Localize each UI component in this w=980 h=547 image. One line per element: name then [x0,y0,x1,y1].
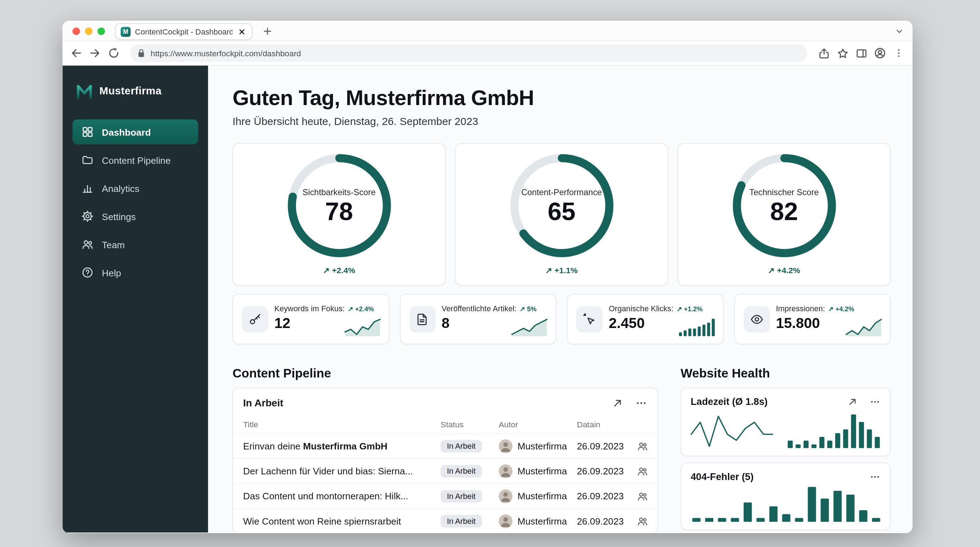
gauge-label: Sichtbarkeits-Score [302,187,375,197]
close-window-button[interactable] [73,27,80,35]
browser-window: M ContentCockpit - Dashboard [63,21,913,533]
sidebar-item-settings[interactable]: Settings [73,204,198,229]
row-title: Das Content und montornerapen: Hilk... [243,491,441,501]
sidebar-item-dashboard[interactable]: Dashboard [73,119,198,144]
sidebar: Musterfirma Dashboard Content Pipeline A… [63,65,208,533]
desktop: M ContentCockpit - Dashboard [0,0,980,547]
address-bar[interactable]: https://www.musterfockpit.com/dashboard [130,45,808,62]
section-title-website-health: Website Health [681,366,891,381]
lock-icon [137,48,145,58]
row-date: 26.09.2023 [577,440,637,451]
sidebar-nav: Dashboard Content Pipeline Analytics Set… [73,119,198,285]
impressionen-sparkline [845,318,883,337]
col-status: Status [441,420,498,429]
pipeline-card-title: In Arbeit [243,398,600,409]
gauge-card-sichtbarkeit: Sichtbarkeits-Score 78 ↗ +2.4% [232,143,445,286]
row-author: Musterfirma [517,491,567,501]
sidebar-item-team[interactable]: Team [73,232,198,257]
browser-tabbar: M ContentCockpit - Dashboard [63,21,913,41]
browser-menu-button[interactable] [891,46,906,60]
back-arrow-icon [70,47,83,59]
brand-name: Musterfirma [99,85,162,98]
help-icon [81,266,94,279]
sidebar-item-analytics[interactable]: Analytics [73,176,198,200]
side-panel-button[interactable] [854,46,869,60]
status-badge: In Arbeit [441,515,482,527]
profile-icon [874,47,886,59]
row-author: Musterfirma [517,440,567,451]
row-author: Musterfirma [517,516,567,526]
table-row[interactable]: Erinvan deine Musterfirma GmbH In Arbeit… [233,433,658,458]
more-options-icon[interactable] [869,396,881,408]
expand-arrow-icon[interactable] [847,396,858,408]
browser-tab[interactable]: M ContentCockpit - Dashboard [115,23,253,40]
health-card-ladezeit: Ladezeit (Ø 1.8s) [681,388,891,456]
sidebar-item-label: Settings [102,211,136,221]
gauge-label: Technischer Score [749,187,819,197]
page-title: Guten Tag, Musterfirma GmbH [232,86,891,110]
profile-button[interactable] [872,46,888,60]
tab-close-icon[interactable] [237,27,247,37]
row-title: Erinvan deine Musterfirma GmbH [243,440,441,451]
kpi-delta: ↗ +4.2% [828,305,854,312]
forward-button[interactable] [88,46,103,60]
gauge-delta: ↗ +1.1% [455,266,667,275]
keywords-sparkline [343,318,381,337]
gauge-value: 78 [325,198,353,224]
row-title: Wie Content won Reine spiernsrarbeit [243,516,441,526]
share-icon [818,48,830,59]
gauge-value: 65 [548,198,576,224]
row-date: 26.09.2023 [577,516,637,526]
expand-arrow-icon[interactable] [611,397,624,409]
more-options-icon[interactable] [869,471,881,483]
kpi-delta: ↗ +2.4% [348,305,374,312]
status-badge: In Arbeit [441,465,482,477]
kpi-value: 2.450 [609,315,644,332]
status-badge: In Arbeit [441,490,482,502]
assignees-icon[interactable] [637,440,648,452]
reload-button[interactable] [106,46,121,60]
cursor-click-icon [576,306,603,332]
new-tab-button[interactable] [260,24,275,39]
back-button[interactable] [69,46,84,60]
pipeline-card: In Arbeit Title Status Autor Datain [232,388,658,533]
sidebar-item-help[interactable]: Help [73,260,198,285]
tab-search-button[interactable] [892,24,907,39]
brand: Musterfirma [73,78,198,119]
gear-icon [81,210,94,223]
star-icon [837,48,848,59]
bookmark-button[interactable] [835,46,850,60]
sidebar-item-label: Content Pipeline [102,154,170,165]
score-gauges-row: Sichtbarkeits-Score 78 ↗ +2.4% Content-P [232,143,891,286]
kpi-card-artikel: Veröffentlichte Artikel:↗ 5% 8 [399,294,556,344]
col-datum: Datain [577,420,637,429]
table-row[interactable]: Das Content und montornerapen: Hilk... I… [233,483,658,508]
side-panel-icon [855,48,867,59]
bar-chart-icon [81,182,94,194]
avatar [499,439,513,453]
minimize-window-button[interactable] [85,27,92,35]
health-card-title: Ladezeit (Ø 1.8s) [690,396,835,408]
assignees-icon[interactable] [637,490,648,502]
table-row[interactable]: Der Lachenn für Vider und bias: Sierna..… [233,458,658,483]
health-card-404-fehler: 404-Fehler (5) [681,463,891,530]
table-row[interactable]: Wie Content won Reine spiernsrarbeit In … [233,508,658,533]
table-header-row: Title Status Autor Datain [233,416,658,433]
assignees-icon[interactable] [637,515,648,527]
kpi-delta: ↗ +1.2% [676,305,703,312]
reload-icon [108,47,120,59]
site-favicon: M [121,27,131,37]
zoom-window-button[interactable] [97,27,105,35]
share-button[interactable] [816,46,831,60]
status-badge: In Arbeit [441,440,482,452]
col-title: Title [243,420,441,429]
sidebar-item-label: Help [102,267,121,278]
sidebar-item-content-pipeline[interactable]: Content Pipeline [73,148,198,172]
more-options-icon[interactable] [635,397,648,409]
plus-icon [262,25,273,37]
kpi-delta: ↗ 5% [520,305,536,312]
sidebar-item-label: Analytics [102,183,139,193]
assignees-icon[interactable] [637,466,648,477]
avatar [499,464,513,478]
gauge-delta: ↗ +2.4% [233,266,445,275]
